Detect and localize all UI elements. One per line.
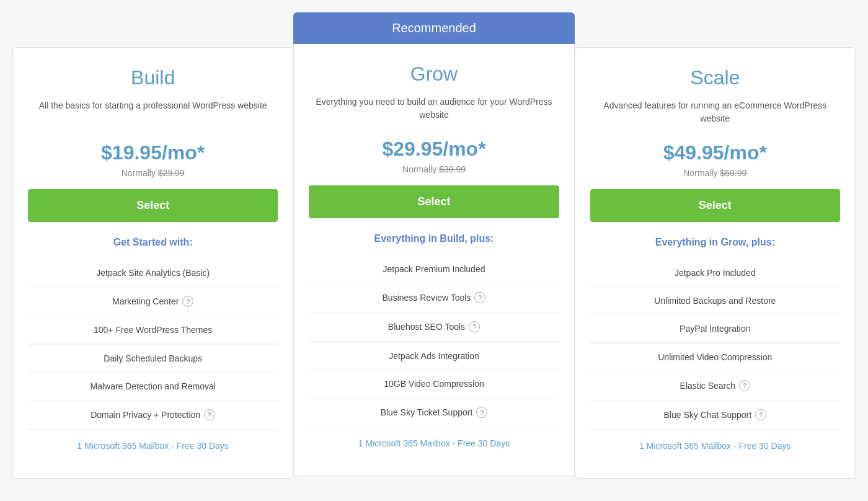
plan-section-title-grow: Everything in Build, plus: xyxy=(309,233,559,244)
feature-item-build-2: 100+ Free WordPress Themes xyxy=(28,316,278,344)
feature-item-build-1: Marketing Center? xyxy=(28,287,278,316)
plan-normally-scale: Normally $59.99 xyxy=(590,168,840,178)
feature-item-scale-1: Unlimited Backups and Restore xyxy=(590,287,840,315)
recommended-banner: Recommended xyxy=(293,12,574,44)
plan-card-scale: ScaleAdvanced features for running an eC… xyxy=(575,47,856,479)
feature-text-scale-3: Unlimited Video Compression xyxy=(658,352,772,362)
feature-item-build-4: Malware Detection and Removal xyxy=(28,373,278,401)
plan-name-grow: Grow xyxy=(309,63,559,86)
help-icon-grow-2[interactable]: ? xyxy=(469,321,480,332)
feature-text-scale-4: Elastic Search xyxy=(680,381,735,391)
plan-description-grow: Everything you need to build an audience… xyxy=(309,95,559,125)
feature-text-build-4: Malware Detection and Removal xyxy=(91,381,216,391)
feature-text-scale-6: 1 Microsoft 365 Mailbox - Free 30 Days xyxy=(639,441,790,451)
plan-wrapper-scale: ScaleAdvanced features for running an eC… xyxy=(575,12,856,479)
feature-item-scale-5: Blue Sky Chat Support? xyxy=(590,401,840,430)
help-icon-grow-1[interactable]: ? xyxy=(474,292,485,303)
feature-item-scale-2: PayPal Integration xyxy=(590,315,840,343)
plan-normally-grow: Normally $39.99 xyxy=(309,164,559,174)
feature-item-grow-3: Jetpack Ads Integration xyxy=(309,342,559,370)
feature-item-scale-3: Unlimited Video Compression xyxy=(590,343,840,371)
pricing-container: BuildAll the basics for starting a profe… xyxy=(12,12,856,479)
plan-card-build: BuildAll the basics for starting a profe… xyxy=(12,47,293,479)
feature-text-grow-5: Blue Sky Ticket Support xyxy=(381,407,473,417)
feature-text-grow-6: 1 Microsoft 365 Mailbox - Free 30 Days xyxy=(358,438,510,448)
feature-text-grow-4: 10GB Video Compression xyxy=(384,379,484,389)
feature-text-scale-1: Unlimited Backups and Restore xyxy=(654,296,776,306)
help-icon-scale-5[interactable]: ? xyxy=(755,409,766,420)
select-button-scale[interactable]: Select xyxy=(590,189,840,222)
plan-section-title-scale: Everything in Grow, plus: xyxy=(590,237,840,248)
plan-section-title-build: Get Started with: xyxy=(28,237,278,248)
feature-item-build-5: Domain Privacy + Protection? xyxy=(28,401,278,430)
feature-text-build-0: Jetpack Site Analytics (Basic) xyxy=(96,268,210,278)
feature-text-build-5: Domain Privacy + Protection xyxy=(91,410,200,420)
select-button-grow[interactable]: Select xyxy=(309,185,559,218)
feature-item-grow-5: Blue Sky Ticket Support? xyxy=(309,398,559,427)
feature-item-build-0: Jetpack Site Analytics (Basic) xyxy=(28,259,278,287)
feature-text-grow-1: Business Review Tools xyxy=(383,293,471,303)
help-icon-build-5[interactable]: ? xyxy=(204,409,215,420)
feature-item-grow-2: Bluehost SEO Tools? xyxy=(309,313,559,342)
select-button-build[interactable]: Select xyxy=(28,189,278,222)
feature-item-grow-6[interactable]: 1 Microsoft 365 Mailbox - Free 30 Days xyxy=(309,427,559,457)
feature-item-grow-0: Jetpack Premium Included xyxy=(309,255,559,283)
feature-text-grow-3: Jetpack Ads Integration xyxy=(389,351,479,361)
feature-item-build-6[interactable]: 1 Microsoft 365 Mailbox - Free 30 Days xyxy=(28,430,278,459)
plan-price-scale: $49.95/mo* xyxy=(590,141,840,164)
feature-text-grow-2: Bluehost SEO Tools xyxy=(388,322,465,332)
feature-text-scale-5: Blue Sky Chat Support xyxy=(664,410,752,420)
feature-item-scale-0: Jetpack Pro Included xyxy=(590,259,840,287)
plan-normally-build: Normally $29.99 xyxy=(28,168,278,178)
feature-text-build-6: 1 Microsoft 365 Mailbox - Free 30 Days xyxy=(78,441,229,451)
feature-item-build-3: Daily Scheduled Backups xyxy=(28,344,278,373)
help-icon-grow-5[interactable]: ? xyxy=(476,407,487,418)
plan-name-scale: Scale xyxy=(590,66,840,89)
feature-item-grow-4: 10GB Video Compression xyxy=(309,370,559,398)
feature-text-build-3: Daily Scheduled Backups xyxy=(104,353,202,363)
feature-text-build-1: Marketing Center xyxy=(112,296,179,306)
plan-price-build: $19.95/mo* xyxy=(28,141,278,164)
feature-text-scale-2: PayPal Integration xyxy=(680,324,750,334)
plan-name-build: Build xyxy=(28,66,278,89)
plan-card-grow: GrowEverything you need to build an audi… xyxy=(293,44,574,476)
plan-wrapper-build: BuildAll the basics for starting a profe… xyxy=(12,12,293,479)
feature-text-build-2: 100+ Free WordPress Themes xyxy=(94,325,212,335)
feature-item-scale-6[interactable]: 1 Microsoft 365 Mailbox - Free 30 Days xyxy=(590,430,840,459)
help-icon-build-1[interactable]: ? xyxy=(182,296,193,307)
plan-description-build: All the basics for starting a profession… xyxy=(28,99,278,129)
feature-text-scale-0: Jetpack Pro Included xyxy=(675,268,756,278)
help-icon-scale-4[interactable]: ? xyxy=(739,380,750,391)
plan-description-scale: Advanced features for running an eCommer… xyxy=(590,99,840,129)
feature-text-grow-0: Jetpack Premium Included xyxy=(383,264,485,274)
plan-wrapper-grow: RecommendedGrowEverything you need to bu… xyxy=(293,12,574,476)
feature-item-grow-1: Business Review Tools? xyxy=(309,283,559,313)
feature-item-scale-4: Elastic Search? xyxy=(590,371,840,401)
plan-price-grow: $29.95/mo* xyxy=(309,138,559,161)
